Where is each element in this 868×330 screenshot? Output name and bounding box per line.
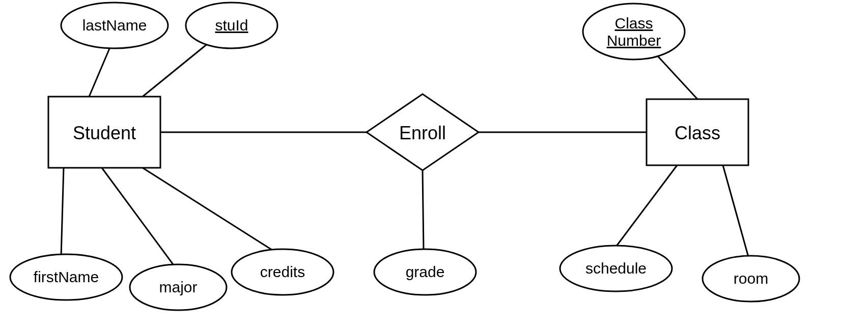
attribute-stuid-label: stuId [215, 17, 248, 34]
edge-student-major [102, 168, 173, 264]
entity-class-label: Class [675, 123, 720, 143]
attribute-grade-label: grade [406, 263, 445, 280]
edge-student-firstname [61, 168, 64, 257]
attribute-classnumber-label2: Number [607, 32, 661, 49]
attribute-major-label: major [159, 279, 197, 295]
attribute-schedule-label: schedule [585, 260, 647, 277]
attribute-classnumber-label1: Class [614, 15, 653, 32]
attribute-firstname-label: firstName [34, 268, 99, 285]
attribute-credits-label: credits [260, 263, 305, 280]
edge-student-credits [143, 168, 275, 252]
edge-class-room [723, 165, 748, 257]
attribute-room-label: room [734, 270, 768, 287]
er-diagram: Student Class Enroll lastName stuId firs… [0, 0, 868, 330]
relationship-enroll-label: Enroll [399, 123, 446, 143]
edge-enroll-grade [423, 170, 424, 249]
attribute-lastname-label: lastName [82, 17, 147, 34]
edge-student-stuid [143, 37, 216, 97]
edge-class-schedule [616, 165, 677, 247]
entity-student-label: Student [73, 123, 136, 143]
